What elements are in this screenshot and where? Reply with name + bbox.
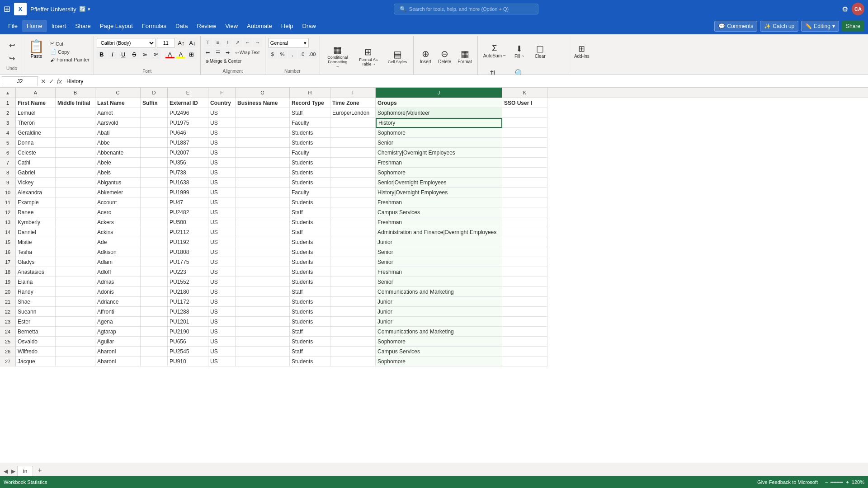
cell-E17[interactable]: PU1775 <box>168 257 208 267</box>
merge-button[interactable]: ⊕ Merge & Center <box>203 58 262 65</box>
cell-B7[interactable] <box>56 158 95 168</box>
cell-H12[interactable]: Staff <box>290 207 330 217</box>
cell-G6[interactable] <box>236 148 290 158</box>
format-as-table-button[interactable]: ⊞ Format As Table ~ <box>354 38 383 75</box>
cell-E18[interactable]: PU223 <box>168 267 208 277</box>
cell-H20[interactable]: Staff <box>290 287 330 297</box>
row-header[interactable]: 18 <box>0 267 16 277</box>
cell-K18[interactable] <box>502 267 547 277</box>
cell-G11[interactable] <box>236 197 290 207</box>
cell-B26[interactable] <box>56 347 95 357</box>
cell-G15[interactable] <box>236 237 290 247</box>
cell-J27[interactable]: Sophomore <box>376 357 502 366</box>
format-painter-button[interactable]: 🖌 Format Painter <box>49 56 91 63</box>
cell-H2[interactable]: Staff <box>290 108 330 118</box>
cell-E22[interactable]: PU1288 <box>168 307 208 317</box>
cell-C7[interactable]: Abele <box>95 158 141 168</box>
cell-H4[interactable]: Students <box>290 128 330 138</box>
row-header[interactable]: 19 <box>0 277 16 287</box>
increase-decimal-button[interactable]: .00 <box>308 50 317 59</box>
cell-F13[interactable]: US <box>208 217 236 227</box>
cell-E4[interactable]: PU646 <box>168 128 208 138</box>
font-color-button[interactable]: A <box>165 49 175 59</box>
cell-C15[interactable]: Ade <box>95 237 141 247</box>
cell-F2[interactable]: US <box>208 108 236 118</box>
app-grid-icon[interactable]: ⊞ <box>4 4 10 14</box>
cell-G12[interactable] <box>236 207 290 217</box>
cell-B17[interactable] <box>56 257 95 267</box>
cell-J7[interactable]: Freshman <box>376 158 502 168</box>
cell-C6[interactable]: Abbenante <box>95 148 141 158</box>
cell-B9[interactable] <box>56 178 95 188</box>
new-sheet-button[interactable]: + <box>34 465 45 476</box>
sheet-tab-in[interactable]: in <box>17 466 33 476</box>
cell-D27[interactable] <box>141 357 168 366</box>
cell-G16[interactable] <box>236 247 290 257</box>
cell-J12[interactable]: Campus Services <box>376 207 502 217</box>
cell-B22[interactable] <box>56 307 95 317</box>
cell-D3[interactable] <box>141 118 168 128</box>
avatar[interactable]: CA <box>852 3 864 15</box>
menu-item-data[interactable]: Data <box>171 20 192 32</box>
row-header[interactable]: 7 <box>0 158 16 168</box>
row-header[interactable]: 3 <box>0 118 16 128</box>
underline-button[interactable]: U <box>118 49 128 59</box>
cell-B16[interactable] <box>56 247 95 257</box>
catchup-button[interactable]: ✨ Catch up <box>760 21 798 32</box>
cell-G7[interactable] <box>236 158 290 168</box>
menu-item-formulas[interactable]: Formulas <box>137 20 171 32</box>
cell-A17[interactable]: Gladys <box>16 257 56 267</box>
cell-B27[interactable] <box>56 357 95 366</box>
menu-item-file[interactable]: File <box>4 20 22 32</box>
cell-D15[interactable] <box>141 237 168 247</box>
cell-K27[interactable] <box>502 357 547 366</box>
cell-F11[interactable]: US <box>208 197 236 207</box>
zoom-in-button[interactable]: + <box>846 479 849 485</box>
cell-C1[interactable]: Last Name <box>95 98 141 108</box>
cell-B11[interactable] <box>56 197 95 207</box>
cell-B2[interactable] <box>56 108 95 118</box>
cell-J8[interactable]: Sophomore <box>376 168 502 178</box>
cell-I15[interactable] <box>330 237 376 247</box>
cell-K17[interactable] <box>502 257 547 267</box>
cell-E26[interactable]: PU2545 <box>168 347 208 357</box>
paste-button[interactable]: 📋 Paste <box>25 38 48 60</box>
cell-D9[interactable] <box>141 178 168 188</box>
cell-D10[interactable] <box>141 188 168 197</box>
cell-D5[interactable] <box>141 138 168 148</box>
cell-H13[interactable]: Students <box>290 217 330 227</box>
cell-J26[interactable]: Campus Services <box>376 347 502 357</box>
row-header[interactable]: 15 <box>0 237 16 247</box>
cell-C10[interactable]: Abkemeier <box>95 188 141 197</box>
cell-D21[interactable] <box>141 297 168 307</box>
indent-increase-button[interactable]: → <box>253 38 262 47</box>
cell-F25[interactable]: US <box>208 337 236 347</box>
cell-G2[interactable] <box>236 108 290 118</box>
cell-K1[interactable]: SSO User I <box>502 98 547 108</box>
cell-A5[interactable]: Donna <box>16 138 56 148</box>
cell-C3[interactable]: Aarsvold <box>95 118 141 128</box>
cell-J2[interactable]: Sophomore|Volunteer <box>376 108 502 118</box>
cell-E6[interactable]: PU2007 <box>168 148 208 158</box>
cell-F10[interactable]: US <box>208 188 236 197</box>
cell-H19[interactable]: Students <box>290 277 330 287</box>
cell-K7[interactable] <box>502 158 547 168</box>
cell-F21[interactable]: US <box>208 297 236 307</box>
col-header-K[interactable]: K <box>502 88 547 98</box>
cell-J14[interactable]: Administration and Finance|Overnight Emp… <box>376 227 502 237</box>
cell-K22[interactable] <box>502 307 547 317</box>
cell-J20[interactable]: Communications and Marketing <box>376 287 502 297</box>
col-header-I[interactable]: I <box>330 88 376 98</box>
cell-A18[interactable]: Anastasios <box>16 267 56 277</box>
cell-C19[interactable]: Admas <box>95 277 141 287</box>
name-box[interactable] <box>2 76 38 86</box>
cell-H16[interactable]: Students <box>290 247 330 257</box>
cell-A3[interactable]: Theron <box>16 118 56 128</box>
currency-button[interactable]: $ <box>268 50 277 59</box>
cell-K23[interactable] <box>502 317 547 327</box>
fill-button[interactable]: ⬇ Fill ~ <box>509 38 529 64</box>
row-header[interactable]: 20 <box>0 287 16 297</box>
cell-F12[interactable]: US <box>208 207 236 217</box>
col-header-C[interactable]: C <box>95 88 141 98</box>
cell-K16[interactable] <box>502 247 547 257</box>
